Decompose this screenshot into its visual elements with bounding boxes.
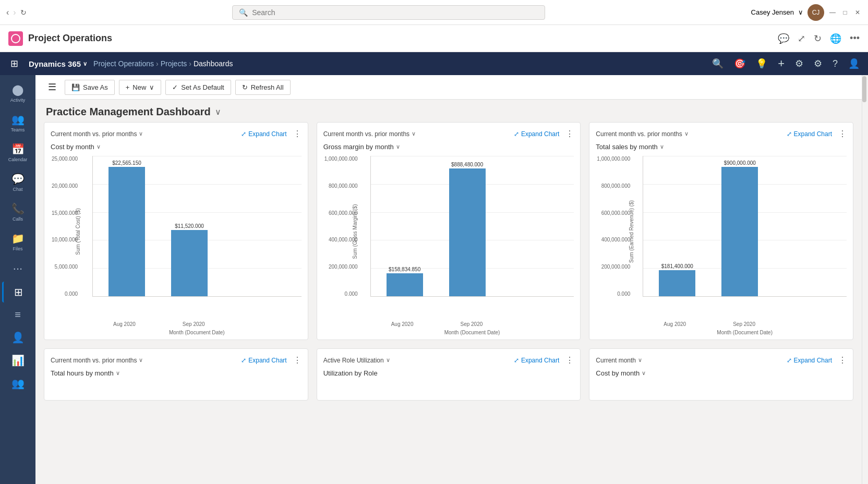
sidebar-item-calendar[interactable]: 📅 Calendar — [2, 139, 33, 166]
expand-btn-6[interactable]: ⤢ Expand Chart — [787, 357, 832, 364]
sidebar-item-dashboard[interactable]: ⊞ — [2, 282, 33, 302]
chat-icon[interactable]: 💬 — [778, 33, 789, 44]
more-btn-5[interactable]: ⋮ — [565, 355, 574, 365]
refresh-btn[interactable]: ↻ — [20, 8, 27, 17]
close-btn[interactable]: ✕ — [853, 8, 862, 17]
search-input[interactable] — [252, 8, 538, 17]
dashboard-header: Practice Management Dashboard ∨ — [35, 100, 862, 122]
chart-sub-chevron-1[interactable]: ∨ — [97, 143, 101, 150]
chart-filter-label-5: Active Role Utilization — [323, 357, 384, 364]
sidebar-item-calls[interactable]: 📞 Calls — [2, 198, 33, 226]
expand-btn-3[interactable]: ⤢ Expand Chart — [787, 130, 832, 138]
sidebar-item-list[interactable]: ≡ — [2, 305, 33, 325]
chart-sub-chevron-6[interactable]: ∨ — [642, 370, 646, 377]
nav-settings-icon[interactable]: ⚙ — [812, 56, 824, 71]
x-label-aug-2: Aug 2020 — [391, 321, 414, 327]
nav-grid-btn[interactable]: ⊞ — [6, 56, 22, 71]
hamburger-btn[interactable]: ☰ — [44, 79, 61, 95]
more-btn-2[interactable]: ⋮ — [565, 129, 574, 139]
chart-sub-chevron-3[interactable]: ∨ — [660, 143, 664, 150]
chart-card-4: Current month vs. prior months ∨ ⤢ Expan… — [44, 348, 308, 401]
breadcrumb-projects[interactable]: Projects — [161, 59, 187, 68]
chart-filter-chevron-5: ∨ — [386, 357, 390, 364]
chart-plot-3: 1,000,000.000 800,000.000 600,000.000 40… — [643, 156, 847, 307]
expand-btn-4[interactable]: ⤢ Expand Chart — [241, 357, 286, 364]
title-bar-right: Casey Jensen ∨ CJ — □ ✕ — [751, 4, 862, 21]
nav-search-icon[interactable]: 🔍 — [710, 56, 726, 71]
bar-chart-area-2: 1,000,000.000 800,000.000 600,000.000 40… — [323, 156, 574, 333]
nav-filter-icon[interactable]: ⚙ — [793, 56, 805, 71]
nav-target-icon[interactable]: 🎯 — [732, 56, 748, 71]
refresh-all-btn[interactable]: ↻ Refresh All — [235, 80, 291, 95]
chart-filter-6[interactable]: Current month ∨ — [596, 357, 642, 364]
sidebar-item-person[interactable]: 👤 — [2, 327, 33, 348]
search-bar[interactable]: 🔍 — [232, 5, 545, 20]
chart-filter-2[interactable]: Current month vs. prior months ∨ — [323, 130, 416, 138]
chart-filter-1[interactable]: Current month vs. prior months ∨ — [51, 130, 143, 138]
bar-aug-2[interactable] — [387, 273, 423, 296]
sidebar-item-teams[interactable]: 👥 Teams — [2, 109, 33, 137]
more-btn-6[interactable]: ⋮ — [838, 355, 847, 365]
nav-brand-label: Dynamics 365 — [29, 59, 81, 68]
new-icon: + — [126, 83, 130, 91]
title-bar-center: 🔍 — [27, 5, 751, 20]
sidebar-item-chat[interactable]: 💬 Chat — [2, 168, 33, 196]
person-icon: 👤 — [11, 331, 25, 344]
minimize-btn[interactable]: — — [828, 8, 837, 17]
scrollbar[interactable] — [862, 75, 868, 484]
nav-bulb-icon[interactable]: 💡 — [754, 56, 769, 71]
more-icon[interactable]: ••• — [850, 33, 860, 44]
more-btn-3[interactable]: ⋮ — [838, 129, 847, 139]
set-as-default-btn[interactable]: ✓ Set As Default — [165, 80, 231, 95]
expand-btn-5[interactable]: ⤢ Expand Chart — [514, 357, 559, 364]
more-apps-btn[interactable]: ··· — [9, 258, 27, 280]
x-labels-2: Aug 2020 Sep 2020 — [370, 321, 574, 327]
maximize-btn[interactable]: □ — [841, 8, 849, 17]
nav-help-icon[interactable]: ? — [830, 56, 840, 71]
expand-btn-2[interactable]: ⤢ Expand Chart — [514, 130, 559, 138]
nav-brand[interactable]: Dynamics 365 ∨ — [25, 57, 91, 70]
chart-subheader-6: Cost by month ∨ — [596, 369, 847, 377]
x-axis-title-2: Month (Document Date) — [370, 330, 574, 335]
chart-sub-chevron-2[interactable]: ∨ — [396, 143, 400, 150]
chart-filter-3[interactable]: Current month vs. prior months ∨ — [596, 130, 688, 138]
scroll-thumb[interactable] — [862, 76, 866, 102]
sidebar-item-report[interactable]: 📊 — [2, 350, 33, 371]
nav-bar: ⊞ Dynamics 365 ∨ Project Operations › Pr… — [0, 52, 868, 75]
breadcrumb-project-ops[interactable]: Project Operations — [93, 59, 154, 68]
activity-icon: ⬤ — [12, 83, 23, 96]
nav-user-icon[interactable]: 👤 — [846, 56, 862, 71]
chart-filter-4[interactable]: Current month vs. prior months ∨ — [51, 357, 143, 364]
breadcrumb: Project Operations › Projects › Dashboar… — [93, 59, 233, 68]
user-info[interactable]: Casey Jensen ∨ CJ — [751, 4, 824, 21]
dashboard-chevron[interactable]: ∨ — [215, 107, 221, 117]
bar-aug-3[interactable] — [659, 270, 695, 296]
chart-filter-5[interactable]: Active Role Utilization ∨ — [323, 357, 390, 364]
back-btn[interactable]: ‹ — [6, 8, 9, 17]
nav-add-icon[interactable]: + — [776, 55, 787, 72]
forward-btn[interactable]: › — [13, 8, 16, 17]
bar-sep-3[interactable] — [721, 167, 758, 296]
more-btn-1[interactable]: ⋮ — [293, 129, 302, 139]
chart-subheader-4: Total hours by month ∨ — [51, 369, 302, 377]
chart-sub-chevron-4[interactable]: ∨ — [116, 370, 120, 377]
bar-value-aug-1: $22,565.150 — [112, 160, 141, 166]
expand-icon-4: ⤢ — [241, 357, 246, 364]
chart-plot-1: 25,000.000 20,000.000 15,000.000 10,000.… — [92, 156, 302, 307]
globe-icon[interactable]: 🌐 — [830, 33, 841, 44]
bar-sep-2[interactable] — [449, 168, 486, 296]
expand-btn-1[interactable]: ⤢ Expand Chart — [241, 130, 286, 138]
expand-icon-1: ⤢ — [241, 130, 246, 138]
sidebar-item-files[interactable]: 📁 Files — [2, 228, 33, 256]
chart-header-right-6: ⤢ Expand Chart ⋮ — [787, 355, 847, 365]
more-btn-4[interactable]: ⋮ — [293, 355, 302, 365]
sync-icon[interactable]: ↻ — [814, 33, 822, 44]
bar-aug-1[interactable] — [108, 167, 145, 296]
bar-sep-1[interactable] — [171, 230, 208, 296]
new-btn[interactable]: + New ∨ — [119, 80, 162, 95]
breadcrumb-sep2: › — [189, 59, 191, 68]
sidebar-item-activity[interactable]: ⬤ Activity — [2, 79, 33, 107]
sidebar-item-group[interactable]: 👥 — [2, 373, 33, 394]
expand-icon[interactable]: ⤢ — [798, 33, 805, 44]
save-as-btn[interactable]: 💾 Save As — [65, 80, 115, 95]
